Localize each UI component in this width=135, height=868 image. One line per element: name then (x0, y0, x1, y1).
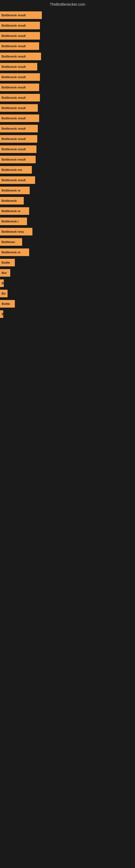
bar-row: Bottleneck result (0, 144, 135, 154)
bar-row (0, 361, 135, 371)
bottleneck-bar[interactable]: Bottleneck result (0, 73, 40, 81)
bottleneck-bar[interactable]: Bottleneck result (0, 63, 37, 70)
bar-label: Bottleneck result (2, 55, 26, 58)
bar-row: Bottleneck r (0, 216, 135, 226)
bar-row: Bottleneck result (0, 41, 135, 51)
bottleneck-bar[interactable]: B (0, 310, 3, 318)
bottleneck-bar[interactable]: Bottleneck re (0, 248, 29, 256)
bar-row: Bo (0, 289, 135, 299)
bottleneck-bar[interactable]: Bottleneck result (0, 94, 40, 101)
bottleneck-bar[interactable]: Bottleneck result (0, 135, 37, 143)
bar-label: Bottleneck result (2, 44, 26, 48)
bar-label: Bottleneck re (2, 209, 20, 213)
bottleneck-bar[interactable]: Bottleneck result (0, 22, 40, 29)
bar-row: Bottle (0, 299, 135, 309)
bar-row: Bottleneck res (0, 165, 135, 175)
bar-row: Bottleneck result (0, 155, 135, 164)
bar-row: Bottleneck result (0, 113, 135, 123)
bottleneck-bar[interactable]: Bottleneck result (0, 176, 35, 184)
bar-row: Bottleneck re (0, 247, 135, 257)
bar-label: B (2, 312, 3, 316)
bar-label: Bottleneck resu (2, 230, 24, 233)
bar-row: Bot (0, 268, 135, 278)
bar-label: Bottleneck result (2, 106, 26, 110)
bar-label: Bo (2, 292, 6, 295)
bar-row: B (0, 309, 135, 319)
bottleneck-bar[interactable]: Bottleneck result (0, 104, 38, 112)
bar-label: Bottleneck result (2, 65, 26, 68)
site-title: TheBottlenecker.com (0, 0, 135, 8)
bottleneck-bar[interactable]: Bottle (0, 259, 15, 267)
bar-row: Bottleneck result (0, 21, 135, 30)
bottleneck-bar[interactable]: Bottleneck result (0, 115, 39, 122)
bar-row (0, 350, 135, 360)
bar-row: Bottleneck result (0, 31, 135, 41)
bottleneck-bar[interactable]: Bottleneck (0, 197, 24, 205)
bar-row: Bottleneck re (0, 186, 135, 195)
bottleneck-bar[interactable]: Bottle (0, 300, 15, 308)
bar-label: Bottleneck result (2, 158, 26, 161)
bottleneck-bar[interactable]: Bottleneck re (0, 187, 30, 194)
bottleneck-bar[interactable]: Bottleneck result (0, 156, 36, 163)
bar-label: Bottlenec (2, 240, 15, 244)
bottleneck-bar[interactable]: Bottleneck result (0, 32, 40, 40)
bottleneck-bar[interactable]: Bot (0, 269, 10, 277)
bars-container: Bottleneck resultBottleneck resultBottle… (0, 8, 135, 374)
bottleneck-bar[interactable]: Bottleneck result (0, 53, 41, 60)
bar-label: Bottleneck res (2, 168, 22, 172)
bar-label: Bottleneck result (2, 148, 26, 151)
bar-label: Bottleneck result (2, 117, 26, 120)
bar-row: Bottleneck resu (0, 227, 135, 237)
bar-row: Bottleneck result (0, 134, 135, 144)
bar-label: Bottleneck result (2, 24, 26, 27)
bar-row: Bottleneck result (0, 62, 135, 72)
bar-label: Bot (2, 271, 6, 275)
bar-label: Bottleneck (2, 199, 17, 203)
bottleneck-bar[interactable]: Bottleneck result (0, 145, 37, 153)
bar-row: Bottleneck result (0, 93, 135, 102)
bar-row: Bottleneck result (0, 83, 135, 92)
bottleneck-bar[interactable]: Bottleneck r (0, 218, 27, 225)
bottleneck-bar[interactable]: Bottleneck re (0, 207, 29, 215)
bottleneck-bar[interactable]: Bottleneck resu (0, 228, 32, 236)
bar-label: Bottleneck r (2, 220, 19, 223)
bar-label: Bottleneck re (2, 189, 20, 192)
bottleneck-bar[interactable]: Bottlenec (0, 238, 22, 246)
bottleneck-bar[interactable]: Bo (0, 290, 8, 297)
bar-label: Bottleneck result (2, 137, 26, 141)
bar-row: Bottleneck result (0, 103, 135, 113)
bar-label: Bottleneck result (2, 127, 26, 130)
bar-label: Bottleneck result (2, 96, 26, 99)
bar-row: Bottleneck re (0, 206, 135, 216)
bar-label: Bottleneck result (2, 13, 26, 17)
bottleneck-bar[interactable]: B (0, 279, 4, 287)
bottleneck-bar[interactable]: Bottleneck result (0, 42, 39, 50)
bar-label: Bottle (2, 302, 10, 305)
bar-label: Bottle (2, 261, 10, 264)
bar-label: B (2, 282, 4, 285)
bar-label: Bottleneck result (2, 75, 26, 79)
bar-row: Bottleneck (0, 196, 135, 206)
bar-label: Bottleneck re (2, 251, 20, 254)
bar-label: Bottleneck result (2, 34, 26, 37)
bar-row: Bottleneck result (0, 124, 135, 133)
bar-row: Bottlenec (0, 237, 135, 247)
bar-row (0, 319, 135, 329)
bar-row (0, 340, 135, 350)
bar-row: Bottleneck result (0, 10, 135, 20)
bottleneck-bar[interactable]: Bottleneck result (0, 125, 38, 132)
bottleneck-bar[interactable]: Bottleneck result (0, 11, 42, 19)
bar-row: Bottleneck result (0, 52, 135, 61)
bottleneck-bar[interactable]: Bottleneck res (0, 166, 32, 174)
bar-label: Bottleneck result (2, 86, 26, 89)
bar-label: Bottleneck result (2, 179, 26, 182)
bar-row: Bottleneck result (0, 72, 135, 82)
bar-row (0, 330, 135, 340)
bar-row: B (0, 278, 135, 288)
bottleneck-bar[interactable]: Bottleneck result (0, 84, 39, 91)
bar-row: Bottle (0, 258, 135, 268)
bar-row: Bottleneck result (0, 175, 135, 185)
